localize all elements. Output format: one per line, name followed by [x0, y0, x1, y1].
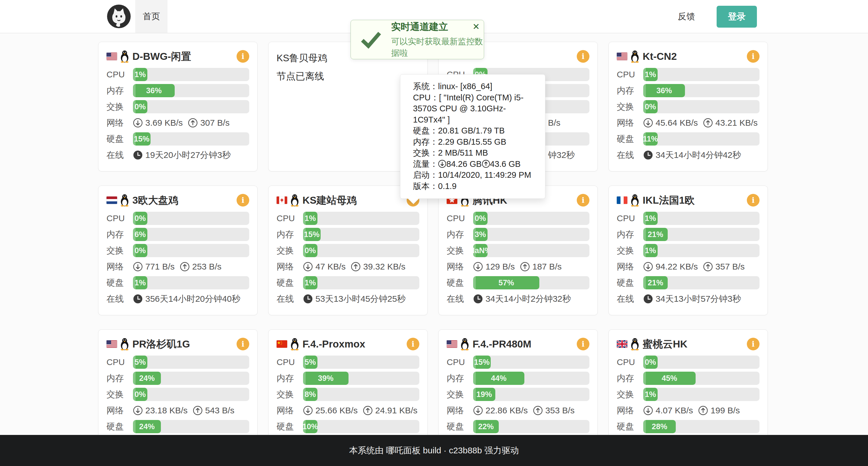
nav-feedback-link[interactable]: 反馈 [678, 0, 695, 33]
progress-fill: 39% [303, 372, 348, 385]
tooltip-value: 0.1.9 [438, 181, 457, 191]
info-icon[interactable]: i [747, 194, 760, 206]
country-flag-icon [447, 340, 457, 348]
stat-label: 硬盘 [277, 421, 303, 433]
progress-track: 21% [643, 276, 760, 289]
upload-arrow-icon [180, 262, 190, 271]
tooltip-label: 系统： [413, 82, 438, 91]
stat-label: CPU [277, 213, 303, 223]
stat-row: 在线19天20小时27分钟3秒 [106, 148, 249, 162]
net-upload-value: 39.32 KB/s [363, 262, 405, 271]
info-icon[interactable]: i [747, 50, 760, 63]
progress-fill: 1% [643, 68, 658, 81]
country-flag-icon [106, 53, 117, 60]
tooltip-row: 流量：84.26 GB43.6 GB [413, 159, 535, 170]
info-icon[interactable]: i [577, 338, 589, 351]
info-icon[interactable]: i [237, 194, 249, 206]
stat-row: 网络129 B/s187 B/s [447, 260, 589, 273]
stat-row: 交换19% [447, 388, 589, 401]
stat-label: 硬盘 [106, 277, 133, 289]
server-card: 腾讯HKiCPU0%内存3%交换NaN%网络129 B/s187 B/s硬盘57… [438, 186, 598, 315]
info-icon[interactable]: i [747, 338, 760, 351]
progress-fill: 0% [473, 212, 488, 225]
download-arrow-icon [133, 406, 143, 415]
stat-label: 在线 [617, 293, 643, 305]
stat-row: 网络47 KB/s39.32 KB/s [277, 260, 419, 273]
nav-tab-home[interactable]: 首页 [135, 0, 167, 33]
stat-label: 交换 [106, 245, 133, 257]
card-header: F.4.-Proxmoxi [277, 337, 419, 352]
stat-label: 交换 [106, 389, 133, 400]
download-arrow-icon [133, 118, 143, 128]
clock-icon [133, 150, 143, 160]
server-name: F.4.-Proxmox [303, 338, 407, 350]
login-button[interactable]: 登录 [717, 6, 757, 28]
progress-fill: 1% [303, 212, 317, 225]
upload-arrow-icon [193, 406, 203, 415]
footer-text: 本系统由 哪吒面板 build · c23b88b 强力驱动 [349, 445, 519, 457]
stat-label: 网络 [106, 117, 133, 129]
stat-row: CPU5% [277, 356, 419, 369]
stat-label: 网络 [617, 405, 643, 417]
stat-label: 硬盘 [617, 133, 643, 145]
stat-label: 内存 [106, 372, 133, 384]
progress-fill: 15% [473, 356, 491, 369]
site-logo[interactable] [107, 5, 131, 28]
toast-success: 实时通道建立 可以实时获取最新监控数据啦 ✕ [350, 20, 484, 59]
progress-track: 0% [643, 100, 760, 113]
stat-label: 内存 [106, 85, 133, 97]
progress-fill: 1% [133, 68, 147, 81]
net-upload-value: 353 B/s [546, 406, 575, 415]
stat-row: 网络94.22 KB/s357 B/s [617, 260, 760, 273]
stat-row: 在线34天14小时2分钟32秒 [447, 292, 589, 305]
progress-fill: 57% [473, 276, 539, 289]
tooltip-traffic-up: 43.6 GB [490, 159, 521, 169]
progress-fill: 0% [133, 100, 147, 113]
net-download-value: 94.22 KB/s [656, 262, 698, 271]
progress-fill: 24% [133, 372, 161, 385]
toast-message: 可以实时获取最新监控数据啦 [391, 36, 484, 59]
progress-fill: 21% [643, 276, 668, 289]
stat-row: 交换0% [106, 100, 249, 113]
toast-close-icon[interactable]: ✕ [472, 23, 480, 31]
server-card: 3欧大盘鸡iCPU0%内存6%交换0%网络771 B/s253 B/s硬盘1%在… [98, 186, 257, 315]
clock-icon [643, 150, 653, 160]
stat-row: 内存39% [277, 372, 419, 385]
net-upload-value: 253 B/s [192, 262, 222, 271]
stat-label: CPU [106, 70, 133, 79]
stat-label: 交换 [617, 389, 643, 400]
clock-icon [473, 294, 483, 304]
info-icon[interactable]: i [577, 194, 589, 206]
progress-fill: 24% [133, 420, 161, 433]
info-icon[interactable]: i [577, 50, 589, 63]
info-icon[interactable]: i [237, 338, 249, 351]
progress-track: 0% [133, 212, 249, 225]
tooltip-value: 2.29 GB/15.55 GB [438, 137, 506, 146]
net-upload-value: 24.91 KB/s [375, 406, 417, 415]
stat-row: 交换0% [277, 244, 419, 257]
progress-fill: 1% [643, 388, 658, 401]
upload-arrow-icon [351, 262, 361, 271]
stat-row: 在线34天13小时57分钟3秒 [617, 292, 760, 305]
tooltip-label: 启动： [413, 170, 438, 179]
info-icon[interactable]: i [407, 338, 419, 351]
progress-track: 1% [303, 276, 419, 289]
stat-label: 交换 [277, 389, 303, 400]
linux-os-icon [630, 338, 640, 351]
country-flag-icon [106, 340, 117, 348]
stat-row: 硬盘28% [617, 420, 760, 433]
stat-label: 网络 [447, 405, 473, 417]
country-flag-icon [277, 197, 287, 204]
info-icon[interactable]: i [237, 50, 249, 63]
stat-row: 内存24% [106, 372, 249, 385]
net-upload-value: 357 B/s [715, 262, 745, 271]
stat-row: CPU1% [277, 212, 419, 225]
tooltip-row: CPU：[ "Intel(R) Core(TM) i5-3570S CPU @ … [413, 92, 535, 125]
progress-track: 1% [643, 388, 760, 401]
stat-label: CPU [617, 70, 643, 79]
progress-fill: 3% [473, 228, 488, 241]
progress-fill: 36% [133, 84, 175, 97]
clock-icon [133, 294, 143, 304]
stat-row: 网络23.18 KB/s543 B/s [106, 404, 249, 417]
progress-track: 8% [303, 388, 419, 401]
